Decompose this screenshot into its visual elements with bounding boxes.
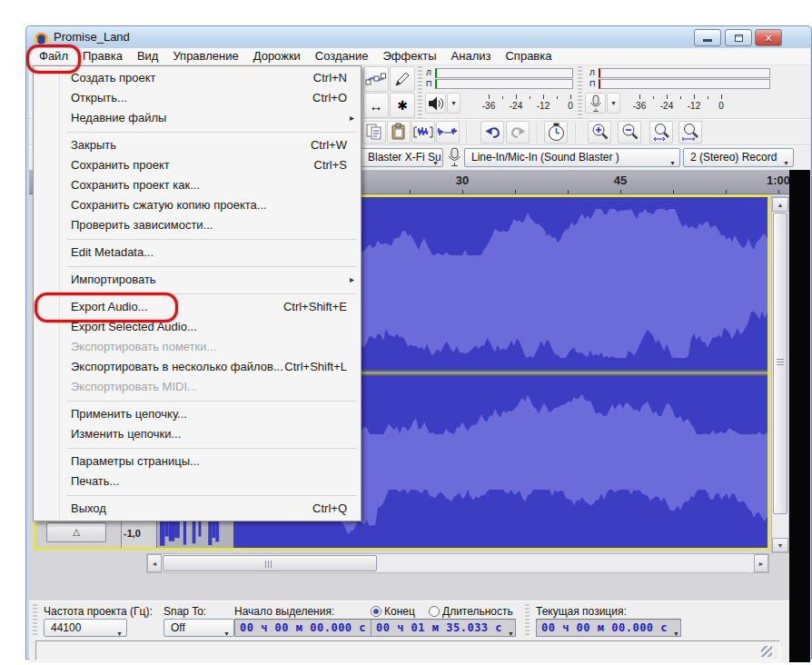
menubar-item-4[interactable]: Дорожки — [246, 48, 308, 65]
current-position-field[interactable]: 00 ч 00 м 00.000 с ▼ — [536, 619, 681, 637]
selection-start-label: Начало выделения: — [234, 605, 334, 618]
toolbar-grip[interactable] — [525, 604, 530, 635]
file-menu-item[interactable]: Печать... — [35, 471, 360, 491]
project-rate-combo[interactable]: 44100 ▼ — [44, 619, 127, 637]
file-menu-item[interactable]: Сохранить проект как... — [35, 175, 360, 195]
silence-audio-icon — [437, 123, 459, 142]
track-collapse-button[interactable]: △ — [46, 522, 106, 542]
menu-separator — [67, 401, 357, 402]
menubar-item-2[interactable]: Вид — [130, 48, 166, 65]
radio-unselected-icon — [429, 606, 440, 617]
highlight-oval-export-audio — [35, 293, 178, 323]
menu-item-label: Применить цепочку... — [71, 404, 347, 424]
menubar-item-5[interactable]: Создание — [308, 48, 376, 65]
file-menu-item: Экспортировать пометки... — [35, 337, 360, 357]
restore-button[interactable] — [725, 29, 752, 46]
file-menu-item[interactable]: Edit Metadata... — [35, 243, 360, 263]
file-menu-item[interactable]: Импортировать▸ — [35, 270, 360, 290]
current-position-label: Текущая позиция: — [536, 605, 627, 618]
snap-to-combo[interactable]: Off ▼ — [163, 619, 234, 637]
file-menu-item[interactable]: Применить цепочку... — [35, 404, 360, 424]
sync-lock-clock-button[interactable] — [544, 121, 568, 144]
selection-start-field[interactable]: 00 ч 00 м 00.000 с ▼ — [234, 619, 380, 637]
undo-button[interactable] — [480, 121, 504, 144]
file-menu-item[interactable]: Открыть...Ctrl+O — [35, 88, 360, 108]
file-menu-item[interactable]: ВыходCtrl+Q — [35, 499, 360, 519]
menubar-item-7[interactable]: Анализ — [444, 48, 499, 65]
menu-item-label: Создать проект — [71, 68, 313, 88]
file-menu-item[interactable]: Проверить зависимости... — [35, 215, 360, 235]
recording-meter-left-label: Л — [589, 68, 595, 78]
copy-button[interactable] — [362, 121, 386, 144]
vertical-scrollbar[interactable]: ▲ ▼ — [771, 196, 789, 553]
toolbar-grip[interactable] — [33, 604, 37, 635]
submenu-arrow-icon: ▸ — [350, 270, 354, 290]
menu-item-label: Проверить зависимости... — [71, 215, 347, 235]
file-menu-item[interactable]: Изменить цепочки... — [35, 424, 360, 444]
file-menu-item[interactable]: Сохранить проектCtrl+S — [35, 155, 360, 175]
playback-meter-left-bar — [435, 68, 573, 78]
fit-selection-button[interactable] — [649, 121, 673, 144]
menu-item-label: Экспортировать пометки... — [71, 337, 347, 357]
menu-separator — [67, 132, 357, 133]
fit-project-button[interactable] — [678, 121, 702, 144]
selection-end-value: 00 ч 01 м 35.033 с — [376, 621, 502, 634]
scroll-left-button[interactable]: ◄ — [147, 554, 162, 572]
meter-scale-tick — [721, 94, 722, 99]
menu-item-label: Экспортировать в несколько файлов... — [71, 357, 284, 377]
end-radio[interactable]: Конец — [371, 605, 415, 618]
current-position-value: 00 ч 00 м 00.000 с — [541, 621, 668, 634]
horizontal-scrollbar-thumb[interactable] — [163, 555, 377, 571]
envelope-tool-icon — [365, 68, 387, 90]
vertical-scrollbar-thumb[interactable] — [773, 213, 787, 514]
ruler-tick — [515, 190, 516, 194]
scroll-up-button[interactable]: ▲ — [772, 197, 788, 212]
restore-icon — [735, 35, 743, 42]
meter-scale-tick — [667, 94, 668, 99]
recording-device-combo[interactable]: Line-In/Mic-In (Sound Blaster ) ▼ — [464, 148, 680, 167]
close-button[interactable]: ✕ — [755, 29, 782, 46]
recording-channels-combo[interactable]: 2 (Stereo) Record ▼ — [683, 148, 794, 167]
meter-scale-tick — [680, 96, 681, 99]
ruler-tick — [620, 190, 621, 194]
undo-icon — [483, 123, 502, 142]
menu-item-label: Изменить цепочки... — [71, 424, 347, 444]
silence-audio-button[interactable] — [436, 121, 460, 144]
recording-meter-right-bar — [599, 79, 770, 89]
recording-device-value: Line-In/Mic-In (Sound Blaster ) — [471, 151, 619, 164]
playback-meter-right-label: П — [426, 79, 431, 89]
file-menu-item[interactable]: ЗакрытьCtrl+W — [35, 135, 360, 155]
draw-tool-button[interactable] — [390, 66, 415, 92]
file-menu-item[interactable]: Сохранить сжатую копию проекта... — [35, 195, 360, 215]
zoom-out-button[interactable] — [618, 121, 641, 144]
file-menu-item[interactable]: Экспортировать в несколько файлов...Ctrl… — [35, 357, 360, 377]
envelope-tool-button[interactable] — [363, 66, 389, 92]
menu-item-label: Печать... — [71, 471, 347, 491]
menubar-item-8[interactable]: Справка — [498, 48, 559, 65]
trim-audio-button[interactable] — [411, 121, 435, 144]
scroll-right-button[interactable]: ► — [754, 554, 768, 572]
menu-item-label: Параметры страницы... — [71, 452, 347, 471]
menu-item-label: Импортировать — [71, 270, 347, 290]
minimize-icon — [703, 39, 712, 42]
horizontal-scrollbar[interactable]: ◄ ► — [146, 553, 769, 573]
title-bar[interactable]: Promise_Land ✕ — [26, 26, 811, 48]
scroll-down-button[interactable]: ▼ — [772, 538, 788, 552]
selection-end-field[interactable]: 00 ч 01 м 35.033 с ▼ — [371, 619, 516, 637]
minimize-button[interactable] — [694, 29, 721, 46]
zoom-in-button[interactable] — [588, 121, 611, 144]
menubar-item-1[interactable]: Правка — [75, 48, 130, 65]
file-menu-item[interactable]: Параметры страницы... — [35, 452, 360, 471]
paste-button[interactable] — [387, 121, 411, 144]
menubar-item-3[interactable]: Управление — [165, 48, 245, 65]
menu-item-label: Открыть... — [71, 88, 312, 108]
redo-button[interactable] — [506, 121, 530, 144]
file-menu-item[interactable]: Создать проектCtrl+N — [35, 68, 360, 88]
menu-item-label: Сохранить сжатую копию проекта... — [71, 195, 347, 215]
fit-project-icon — [681, 123, 700, 142]
menubar-item-6[interactable]: Эффекты — [375, 48, 443, 65]
resize-grip[interactable] — [761, 646, 772, 657]
length-radio[interactable]: Длительность — [429, 605, 513, 618]
fit-selection-icon — [652, 123, 671, 142]
file-menu-item[interactable]: Недавние файлы▸ — [35, 108, 360, 128]
